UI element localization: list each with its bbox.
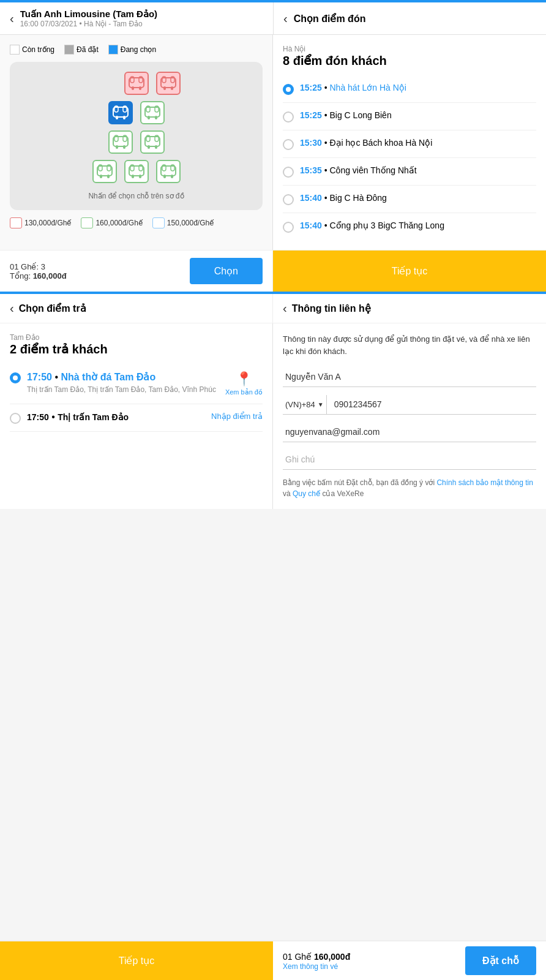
bottom-seat-info: 01 Ghế 160,000đ — [283, 951, 350, 962]
seat-9[interactable] — [156, 160, 181, 183]
datcho-button[interactable]: Đặt chỗ — [465, 946, 536, 975]
email-input[interactable] — [283, 422, 536, 442]
svg-rect-32 — [107, 175, 110, 178]
legend-selecting-label: Đang chọn — [121, 45, 156, 54]
terms-link-rules[interactable]: Quy chế — [293, 489, 320, 498]
view-ticket-link[interactable]: Xem thông tin vé — [283, 962, 350, 971]
legend-empty: Còn trống — [10, 45, 54, 55]
pickup-time-1: 15:25 — [300, 83, 322, 92]
pickup-text-2: 15:25 • Big C Long Biên — [300, 110, 392, 120]
seat-3[interactable] — [108, 101, 133, 124]
seat-4[interactable] — [140, 101, 165, 124]
action-row-top: 01 Ghế: 3 Tổng: 160,000đ Chọn Tiếp tục — [0, 250, 546, 292]
pickup-option-4[interactable]: 15:35 • Công viên Thống Nhất — [283, 158, 536, 186]
pickup-radio-4[interactable] — [283, 167, 294, 178]
dropoff-name-1: Nhà thờ đá Tam Đảo — [61, 372, 155, 382]
svg-rect-26 — [148, 145, 150, 149]
seat-spacer — [92, 72, 117, 95]
seat-row-2 — [108, 101, 165, 124]
svg-rect-11 — [116, 116, 118, 119]
back-button-right[interactable]: ‹ — [283, 12, 288, 26]
diagram-label: Nhấn để chọn chỗ trên sơ đồ — [88, 192, 184, 200]
back-button-contact[interactable]: ‹ — [283, 301, 287, 315]
svg-rect-7 — [171, 86, 173, 90]
pickup-option-3[interactable]: 15:30 • Đại học Bách khoa Hà Nội — [283, 130, 536, 158]
seat-1[interactable] — [124, 72, 149, 95]
bottom-amount: 160,000đ — [314, 952, 350, 962]
legend-empty-box — [10, 45, 20, 55]
header-right: ‹ Chọn điểm đón — [273, 2, 546, 34]
lower-content: Tam Đảo 2 điểm trả khách 17:50 • Nhà thờ… — [0, 323, 546, 509]
terms-text: Bằng việc bấm nút Đặt chỗ, bạn đã đồng ý… — [283, 477, 536, 499]
pickup-text-6: 15:40 • Cổng phụ 3 BigC Thăng Long — [300, 221, 444, 230]
price-box-1 — [10, 217, 22, 228]
dropoff-radio-2[interactable] — [10, 413, 21, 424]
pickup-text-4: 15:35 • Công viên Thống Nhất — [300, 165, 417, 175]
pickup-time-3: 15:30 — [300, 138, 322, 148]
dropoff-enter-2[interactable]: Nhập điểm trả — [211, 412, 263, 421]
seat-5[interactable] — [108, 130, 133, 154]
dropoff-time-name-1: 17:50 • Nhà thờ đá Tam Đảo — [27, 371, 219, 383]
pickup-radio-5[interactable] — [283, 194, 294, 205]
chon-button[interactable]: Chọn — [190, 258, 263, 284]
pickup-text-1: 15:25 • Nhà hát Lớn Hà Nội — [300, 83, 406, 92]
svg-rect-27 — [155, 145, 157, 149]
tieptuc-button-bottom[interactable]: Tiếp tục — [0, 941, 273, 980]
svg-rect-37 — [139, 175, 141, 178]
price-legend: 130,000đ/Ghế 160,000đ/Ghế 150,000đ/Ghế — [10, 217, 263, 228]
svg-rect-42 — [171, 175, 173, 178]
pickup-time-4: 15:35 — [300, 165, 322, 175]
dropoff-panel: Tam Đảo 2 điểm trả khách 17:50 • Nhà thờ… — [0, 323, 273, 509]
seat-7[interactable] — [92, 160, 117, 183]
seat-total: Tổng: 160,000đ — [10, 271, 67, 281]
svg-rect-21 — [116, 145, 118, 149]
terms-prefix: Bằng việc bấm nút Đặt chỗ, bạn đã đồng ý… — [283, 478, 436, 487]
pickup-sep-5: • — [324, 193, 330, 203]
phone-input[interactable] — [332, 394, 536, 414]
contact-header: ‹ Thông tin liên hệ — [273, 294, 546, 323]
pickup-name-5: Big C Hà Đông — [330, 193, 387, 203]
bottom-seat-count: 01 Ghế — [283, 952, 314, 962]
pickup-name-4: Công viên Thống Nhất — [330, 165, 417, 175]
seat-6[interactable] — [140, 130, 165, 154]
dropoff-radio-1[interactable] — [10, 372, 21, 383]
seat-row-4 — [92, 160, 181, 183]
dropoff-address-1: Thị trấn Tam Đảo, Thị trấn Tam Đảo, Tam … — [27, 385, 219, 394]
bus-title: Tuấn Anh Limousine (Tam Đảo) — [20, 9, 157, 20]
pickup-name-6: Cổng phụ 3 BigC Thăng Long — [330, 221, 444, 230]
back-button-dropoff[interactable]: ‹ — [10, 301, 14, 315]
pickup-option-5[interactable]: 15:40 • Big C Hà Đông — [283, 186, 536, 213]
back-button-left[interactable]: ‹ — [10, 12, 14, 26]
dropoff-name-2: Thị trấn Tam Đảo — [58, 412, 129, 422]
map-link-label: Xem bản đồ — [225, 388, 263, 396]
legend-taken-box — [64, 45, 74, 55]
tieptuc-button-top[interactable]: Tiếp tục — [273, 251, 546, 292]
terms-link-policy[interactable]: Chính sách bảo mật thông tin — [436, 478, 533, 487]
pickup-option-1[interactable]: 15:25 • Nhà hát Lớn Hà Nội — [283, 75, 536, 103]
bottom-info: 01 Ghế 160,000đ Xem thông tin vé — [283, 951, 350, 971]
note-input[interactable] — [283, 450, 536, 470]
pickup-name-3: Đại học Bách khoa Hà Nội — [330, 138, 433, 148]
seat-2[interactable] — [156, 72, 181, 95]
pickup-header-title: Chọn điểm đón — [294, 13, 366, 24]
pickup-name-1: Nhà hát Lớn Hà Nội — [330, 83, 406, 92]
action-left: 01 Ghế: 3 Tổng: 160,000đ Chọn — [0, 251, 273, 292]
dropoff-option-2[interactable]: 17:50 • Thị trấn Tam Đảo Nhập điểm trả — [10, 404, 263, 432]
svg-rect-41 — [163, 175, 166, 178]
pickup-radio-6[interactable] — [283, 222, 294, 233]
name-input[interactable] — [283, 367, 536, 387]
pickup-radio-1[interactable] — [283, 84, 294, 95]
map-link-1[interactable]: 📍 Xem bản đồ — [225, 371, 263, 396]
total-amount: 160,000đ — [33, 271, 67, 281]
pickup-option-6[interactable]: 15:40 • Cổng phụ 3 BigC Thăng Long — [283, 213, 536, 240]
seat-8[interactable] — [124, 160, 149, 183]
svg-rect-22 — [123, 145, 125, 149]
map-pin-icon: 📍 — [236, 371, 252, 387]
pickup-radio-2[interactable] — [283, 111, 294, 123]
pickup-radio-3[interactable] — [283, 139, 294, 150]
phone-country[interactable]: (VN)+84 ▼ — [283, 395, 327, 414]
price-label-3: 150,000đ/Ghế — [167, 219, 214, 227]
pickup-option-2[interactable]: 15:25 • Big C Long Biên — [283, 103, 536, 130]
dropoff-option-1[interactable]: 17:50 • Nhà thờ đá Tam Đảo Thị trấn Tam … — [10, 364, 263, 404]
seat-count: 01 Ghế: 3 — [10, 262, 67, 271]
